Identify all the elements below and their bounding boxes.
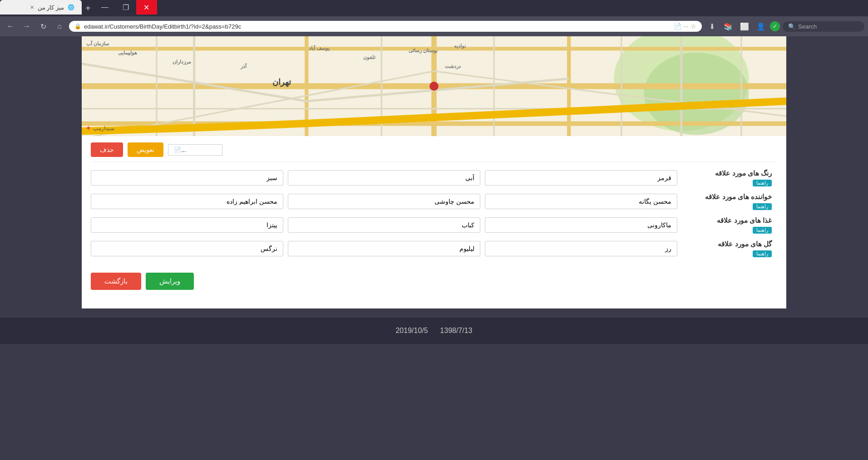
search-icon: 🔍 [788, 23, 795, 30]
browser-nav-icons: ⬇ 📚 ⬜ 👤 ✓ [705, 19, 780, 34]
tab-close-btn[interactable]: × [30, 4, 34, 11]
maximize-button[interactable]: ❐ [115, 0, 136, 15]
flower-field-1[interactable] [485, 241, 677, 256]
tab-icon: 🌐 [68, 4, 74, 10]
colors-fields [91, 170, 677, 186]
back-button[interactable]: ← [4, 20, 17, 33]
food-field-1[interactable] [485, 217, 677, 233]
all-sections: رنگ های مورد علاقه راهنما خواننده های مو… [91, 169, 777, 257]
map-logo: سیدارمپ ✦ [85, 124, 114, 132]
flower-field-2[interactable] [288, 241, 480, 256]
color-field-3[interactable] [91, 170, 283, 186]
svg-point-22 [429, 82, 439, 91]
form-section: 📄 ... تعویض حذف رنگ های مورد علاقه راهنم… [82, 136, 786, 303]
tab-title: میز کار من [38, 4, 64, 11]
new-tab-button[interactable]: + [82, 0, 94, 16]
delete-button[interactable]: حذف [91, 142, 123, 157]
color-field-1[interactable] [485, 170, 677, 186]
flowers-hint[interactable]: راهنما [753, 250, 772, 257]
forward-button[interactable]: → [20, 20, 34, 33]
download-icon[interactable]: ⬇ [705, 19, 719, 34]
close-button[interactable]: ✕ [136, 0, 157, 15]
profile-icon[interactable]: 👤 [754, 19, 768, 34]
flower-field-3[interactable] [91, 241, 283, 256]
replace-button[interactable]: تعویض [128, 142, 163, 157]
singer-field-1[interactable] [485, 194, 677, 209]
browser-window: 🌐 میز کار من × + — ❐ ✕ ← → ↻ ⌂ 🔒 edawat.… [0, 0, 868, 460]
home-button[interactable]: ⌂ [53, 20, 66, 33]
singer-field-2[interactable] [288, 194, 480, 209]
reload-button[interactable]: ↻ [36, 20, 50, 33]
colors-title: رنگ های مورد علاقه [677, 169, 772, 177]
city-label: تهران [272, 77, 291, 87]
singers-hint[interactable]: راهنما [753, 203, 772, 210]
active-tab[interactable]: 🌐 میز کار من × [0, 0, 82, 15]
file-input-display: 📄 ... [168, 144, 222, 156]
date-shamsi: 1398/7/13 [440, 327, 472, 334]
map-section: تهران سازمان آب هواپیمایی مرزداران آذر ی… [82, 36, 786, 136]
page-icon: 📄 [674, 23, 681, 30]
map-label-9: دردشت [445, 64, 461, 69]
search-bar[interactable]: 🔍 [783, 21, 864, 32]
foods-hint[interactable]: راهنما [753, 227, 772, 234]
bookmark-icon[interactable]: ☆ [690, 23, 696, 30]
address-bar[interactable]: 🔒 edawat.ir/Customers/BirthDay/Editbirth… [69, 21, 702, 32]
lock-icon: 🔒 [74, 23, 81, 29]
navigation-bar: ← → ↻ ⌂ 🔒 edawat.ir/Customers/BirthDay/E… [0, 16, 868, 36]
file-icon: 📄 [174, 147, 181, 153]
food-field-3[interactable] [91, 217, 283, 233]
flowers-label-col: گل های مورد علاقه راهنما [677, 240, 777, 257]
sync-icon: ✓ [770, 21, 780, 31]
page-content: تهران سازمان آب هواپیمایی مرزداران آذر ی… [82, 36, 786, 308]
map-label-4: آذر [241, 64, 247, 69]
singers-label-col: خواننده های مورد علاقه راهنما [677, 193, 777, 210]
singers-fields [91, 194, 677, 209]
map-placeholder: تهران سازمان آب هواپیمایی مرزداران آذر ی… [82, 36, 786, 136]
bookmarks-icon[interactable]: 📚 [721, 19, 735, 34]
file-text: ... [181, 147, 186, 153]
window-controls: — ❐ ✕ [94, 0, 157, 16]
flowers-title: گل های مورد علاقه [677, 240, 772, 248]
edit-button[interactable]: ویرایش [146, 273, 194, 290]
color-field-2[interactable] [288, 170, 480, 186]
foods-label-col: غذا های مورد علاقه راهنما [677, 216, 777, 234]
foods-row: غذا های مورد علاقه راهنما [91, 216, 777, 234]
map-label-6: تلفون [363, 54, 375, 60]
food-field-2[interactable] [288, 217, 480, 233]
foods-title: غذا های مورد علاقه [677, 216, 772, 225]
colors-hint[interactable]: راهنما [753, 180, 772, 186]
foods-fields [91, 217, 677, 233]
upload-row: 📄 ... تعویض حذف [91, 136, 777, 162]
map-label-2: هواپیمایی [118, 50, 137, 56]
singer-field-3[interactable] [91, 194, 283, 209]
search-input[interactable] [798, 23, 853, 30]
map-label-1: سازمان آب [86, 41, 109, 47]
tabs-icon[interactable]: ⬜ [737, 19, 752, 34]
singers-title: خواننده های مورد علاقه [677, 193, 772, 201]
more-icon[interactable]: ··· [683, 23, 689, 30]
map-label-7: بوستان رسائی [409, 48, 438, 54]
map-label-8: نوادیه [454, 43, 466, 49]
colors-row: رنگ های مورد علاقه راهنما [91, 169, 777, 186]
page-footer: 2019/10/5 1398/7/13 [0, 318, 868, 344]
date-gregorian: 2019/10/5 [395, 327, 428, 334]
back-button-bottom[interactable]: بازگشت [91, 273, 141, 290]
flowers-fields [91, 241, 677, 256]
map-label-5: یوسف آباد [309, 45, 330, 51]
bottom-buttons: ویرایش بازگشت [91, 264, 777, 294]
map-label-3: مرزداران [173, 59, 191, 65]
singers-row: خواننده های مورد علاقه راهنما [91, 193, 777, 210]
flowers-row: گل های مورد علاقه راهنما [91, 240, 777, 257]
url-text: edawat.ir/Customers/BirthDay/Editbirth1/… [84, 23, 671, 30]
minimize-button[interactable]: — [94, 0, 115, 15]
colors-label-col: رنگ های مورد علاقه راهنما [677, 169, 777, 186]
